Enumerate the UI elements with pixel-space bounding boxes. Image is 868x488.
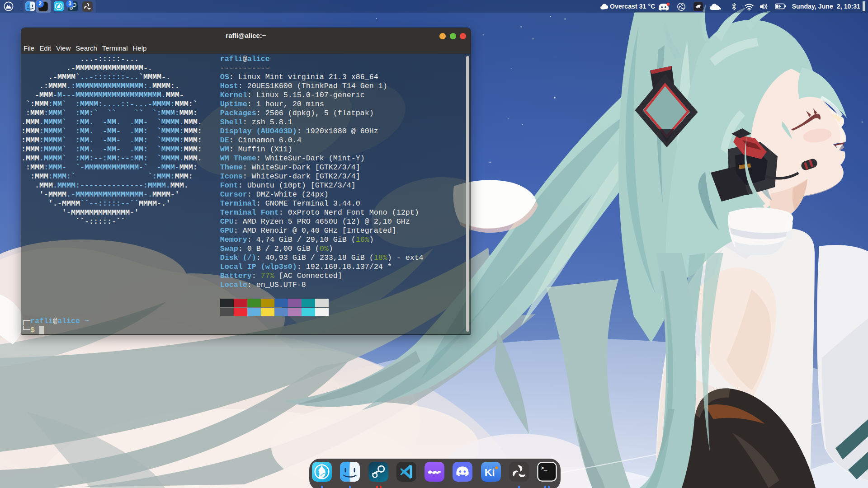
svg-text:Ki: Ki [485,466,495,478]
svg-text:>_: >_ [541,465,547,472]
